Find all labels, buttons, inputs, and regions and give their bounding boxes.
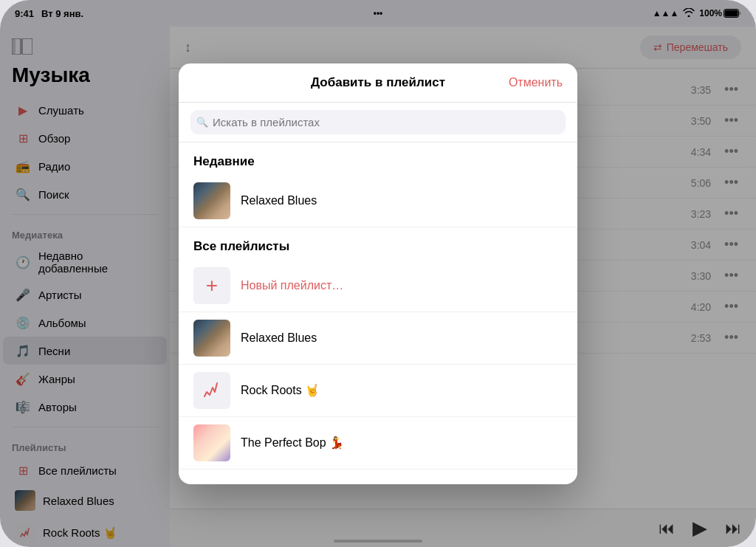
- recent-relaxed-blues-row[interactable]: Relaxed Blues: [179, 175, 577, 227]
- all-rock-roots-thumb: [193, 372, 230, 409]
- all-perfect-bop-thumb: [193, 424, 230, 461]
- modal-title: Добавить в плейлист: [311, 75, 445, 90]
- recent-section-title: Недавние: [179, 142, 577, 175]
- all-playlists-section-title: Все плейлисты: [179, 227, 577, 260]
- all-perfect-bop-name: The Perfect Bop 💃: [241, 436, 344, 450]
- modal-body: Недавние Relaxed Blues Все плейлисты + Н…: [179, 142, 577, 484]
- add-to-playlist-modal: Добавить в плейлист Отменить Недавние Re…: [179, 63, 577, 484]
- modal-overlay[interactable]: Добавить в плейлист Отменить Недавние Re…: [0, 0, 756, 547]
- all-rock-roots-row[interactable]: Rock Roots 🤘: [179, 365, 577, 417]
- modal-search-section: [179, 103, 577, 142]
- all-rock-roots-name: Rock Roots 🤘: [241, 383, 320, 397]
- new-playlist-label: Новый плейлист…: [241, 279, 343, 292]
- playlist-search-input[interactable]: [190, 110, 566, 134]
- new-playlist-icon: +: [193, 267, 230, 304]
- modal-cancel-button[interactable]: Отменить: [509, 76, 563, 89]
- all-perfect-bop-row[interactable]: The Perfect Bop 💃: [179, 417, 577, 469]
- all-relaxed-blues-thumb: [193, 320, 230, 357]
- all-relaxed-blues-name: Relaxed Blues: [241, 331, 317, 345]
- modal-header: Добавить в плейлист Отменить: [179, 63, 577, 103]
- recent-relaxed-blues-thumb: [193, 182, 230, 219]
- all-relaxed-blues-row[interactable]: Relaxed Blues: [179, 312, 577, 365]
- device-frame: 9:41 Вт 9 янв. ••• ▲▲▲ 100%: [0, 0, 756, 547]
- recent-relaxed-blues-name: Relaxed Blues: [241, 194, 317, 207]
- new-playlist-row[interactable]: + Новый плейлист…: [179, 260, 577, 312]
- search-wrapper: [190, 110, 566, 134]
